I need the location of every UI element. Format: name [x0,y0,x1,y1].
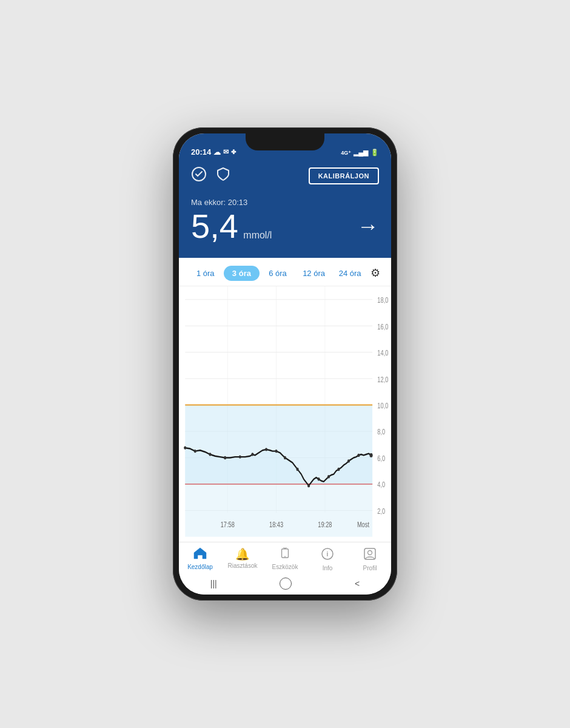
devices-icon [278,547,292,562]
chart-container: 1 óra 3 óra 6 óra 12 óra 24 óra ⚙ [179,258,391,542]
nav-label-profil: Profil [363,565,377,571]
phone-screen: 20:14 ☁ ✉ ✤ 4G⁺ ▂▄▆ 🔋 [179,133,391,595]
bell-icon: 🔔 [235,547,250,561]
glucose-section: Ma ekkor: 20:13 5,4 mmol/l → [191,195,379,246]
glucose-value: 5,4 [191,207,238,245]
nav-item-eszkozok[interactable]: Eszközök [264,546,306,573]
header-left-icons [191,166,231,186]
svg-text:2,0: 2,0 [377,507,385,516]
svg-point-36 [307,484,310,487]
nav-label-kezdolap: Kezdőlap [187,564,213,570]
svg-point-29 [224,456,226,459]
svg-text:4,0: 4,0 [377,480,385,489]
home-button[interactable] [280,578,292,590]
svg-point-38 [327,475,330,478]
svg-point-42 [369,453,372,457]
check-circle-icon[interactable] [191,166,207,186]
svg-point-28 [209,453,211,456]
settings-gear-icon[interactable]: ⚙ [368,264,383,282]
glucose-reading: 5,4 mmol/l [191,209,272,243]
svg-point-37 [318,477,320,480]
back-button[interactable]: < [355,579,360,588]
svg-text:18:43: 18:43 [269,520,283,528]
svg-point-26 [184,446,186,449]
glucose-unit: mmol/l [243,230,272,240]
nav-label-eszkozok: Eszközök [272,564,298,570]
glucose-time: Ma ekkor: 20:13 [191,198,379,207]
tab-12-ora[interactable]: 12 óra [296,266,332,281]
svg-point-39 [337,468,340,471]
status-time: 20:14 ☁ ✉ ✤ [191,147,236,157]
svg-text:19:28: 19:28 [318,520,332,528]
svg-point-27 [194,450,196,453]
svg-text:6,0: 6,0 [377,454,385,463]
nav-item-kezdolap[interactable]: Kezdőlap [179,546,221,573]
tab-1-ora[interactable]: 1 óra [187,266,224,281]
battery-icon: 🔋 [370,149,379,157]
calibrate-button[interactable]: KALIBRÁLJON [309,167,379,184]
glucose-row: 5,4 mmol/l → [191,209,379,243]
nav-label-info: Info [323,565,333,571]
system-nav: ||| < [179,575,391,595]
svg-text:8,0: 8,0 [377,428,385,436]
svg-point-40 [347,459,350,462]
svg-point-31 [251,453,253,456]
nav-item-riasztasok[interactable]: 🔔 Riasztások [221,546,264,573]
svg-text:i: i [327,551,329,558]
svg-point-32 [265,448,267,451]
glucose-chart: 18,0 16,0 14,0 12,0 10,0 8,0 6,0 4,0 2,0 [179,286,391,542]
svg-point-52 [368,551,372,555]
info-icon: i [321,547,334,564]
header-area: KALIBRÁLJON Ma ekkor: 20:13 5,4 mmol/l → [179,160,391,258]
time-display: 20:14 [191,147,211,157]
tab-3-ora[interactable]: 3 óra [224,266,260,281]
tab-24-ora[interactable]: 24 óra [332,266,368,281]
home-icon [193,547,207,562]
bottom-nav: Kezdőlap 🔔 Riasztások Eszközök [179,542,391,575]
time-tabs: 1 óra 3 óra 6 óra 12 óra 24 óra ⚙ [179,258,391,286]
status-icons-right: 4G⁺ ▂▄▆ 🔋 [341,149,379,157]
svg-point-34 [284,456,286,459]
signal-extra-icon: ✤ [231,149,236,155]
shield-icon[interactable] [215,166,231,186]
profile-icon [363,547,377,564]
chart-area: 18,0 16,0 14,0 12,0 10,0 8,0 6,0 4,0 2,0 [179,286,391,542]
nav-item-info[interactable]: i Info [306,546,349,573]
tab-6-ora[interactable]: 6 óra [260,266,296,281]
signal-bars-icon: ▂▄▆ [354,149,368,157]
svg-text:18,0: 18,0 [377,296,388,305]
trend-arrow-icon: → [357,214,379,239]
phone-notch [246,133,324,150]
svg-text:10,0: 10,0 [377,402,388,410]
svg-text:Most: Most [357,520,369,528]
svg-text:12,0: 12,0 [377,375,388,383]
svg-text:16,0: 16,0 [377,322,388,331]
svg-point-30 [239,455,241,458]
nav-label-riasztasok: Riasztások [228,562,258,569]
svg-point-35 [297,468,299,471]
phone-frame: 20:14 ☁ ✉ ✤ 4G⁺ ▂▄▆ 🔋 [173,127,397,601]
svg-text:14,0: 14,0 [377,349,388,357]
nav-item-profil[interactable]: Profil [349,546,391,573]
multitask-button[interactable]: ||| [210,579,217,588]
header-top-row: KALIBRÁLJON [191,166,379,186]
mail-icon: ✉ [223,148,229,156]
4g-icon: 4G⁺ [341,150,351,156]
svg-text:17:58: 17:58 [221,520,235,528]
svg-point-48 [284,556,286,558]
svg-point-41 [357,454,360,457]
svg-point-33 [275,450,278,453]
cloud-icon: ☁ [213,148,221,157]
